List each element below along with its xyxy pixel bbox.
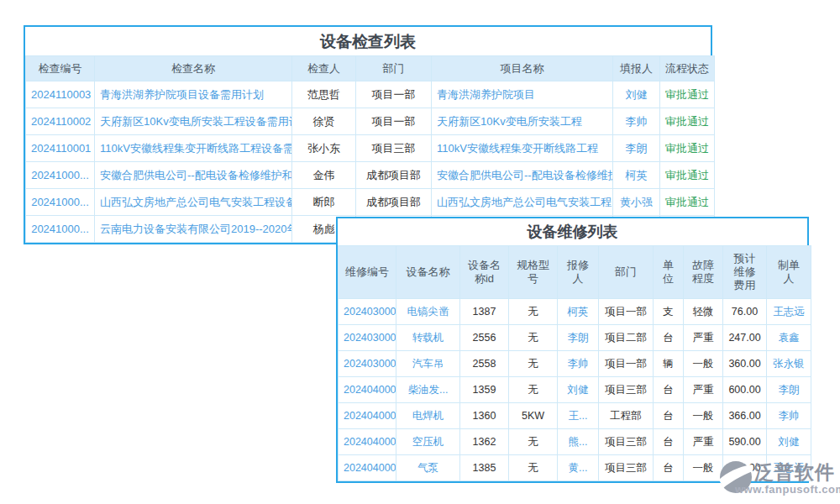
- cell-link[interactable]: 李朗: [613, 135, 660, 162]
- cell-link[interactable]: 黄...: [558, 455, 599, 481]
- cell-link[interactable]: 刘健: [558, 377, 599, 403]
- cell-link[interactable]: 柯英: [613, 162, 660, 189]
- cell-link[interactable]: 2024040002: [339, 403, 396, 429]
- cell-link[interactable]: 青海洪湖养护院项目: [432, 81, 613, 108]
- cell-link[interactable]: 110kV安徽线程集变开断线路工程: [432, 135, 613, 162]
- column-header: 故障程度: [684, 246, 723, 299]
- cell-link[interactable]: 20241000...: [26, 216, 95, 243]
- status-text[interactable]: 审批通过: [660, 108, 715, 135]
- cell-link[interactable]: 110kV安徽线程集变开断线路工程设备需...: [95, 135, 292, 162]
- cell-text: 366.00: [723, 403, 767, 429]
- cell-text: 金伟: [292, 162, 356, 189]
- cell-link[interactable]: 电焊机: [396, 403, 460, 429]
- cell-text: 断郎: [292, 189, 356, 216]
- cell-link[interactable]: 2024040001: [339, 377, 396, 403]
- cell-text: 无: [509, 429, 558, 455]
- table-row: 2024030003汽车吊2558无李帅项目一部辆一般360.00张永银: [339, 351, 811, 377]
- cell-link[interactable]: 李朗: [558, 325, 599, 351]
- cell-text: 项目一部: [356, 81, 432, 108]
- cell-text: 项目一部: [356, 108, 432, 135]
- cell-text: 无: [509, 351, 558, 377]
- cell-link[interactable]: 2024110003: [26, 81, 95, 108]
- column-header: 部门: [356, 56, 432, 81]
- status-text[interactable]: 审批通过: [660, 135, 715, 162]
- cell-link[interactable]: 山西弘文房地产总公司电气安装工程设备...: [95, 189, 292, 216]
- cell-link[interactable]: 王志远: [767, 299, 811, 325]
- cell-text: 项目二部: [599, 325, 654, 351]
- cell-text: 无: [509, 377, 558, 403]
- cell-link[interactable]: 2024110001: [26, 135, 95, 162]
- repair-table: 维修编号设备名称设备名称id规格型号报修人部门单位故障程度预计维修费用制单人20…: [338, 245, 811, 481]
- cell-link[interactable]: 空压机: [396, 429, 460, 455]
- cell-text: 590.00: [723, 429, 767, 455]
- cell-link[interactable]: 20241000...: [26, 189, 95, 216]
- column-header: 流程状态: [660, 56, 715, 81]
- cell-text: 76.00: [723, 299, 767, 325]
- cell-text: 一般: [684, 455, 723, 481]
- cell-link[interactable]: 袁鑫: [767, 325, 811, 351]
- cell-link[interactable]: 天府新区10Kv变电所安装工程: [432, 108, 613, 135]
- cell-link[interactable]: 刘健: [613, 81, 660, 108]
- cell-text: 600.00: [723, 377, 767, 403]
- status-text[interactable]: 审批通过: [660, 81, 715, 108]
- cell-link[interactable]: 2024030003: [339, 351, 396, 377]
- fanpu-logo-url[interactable]: www.fanpusoft.com: [735, 483, 840, 496]
- cell-text: 成都项目部: [356, 189, 432, 216]
- cell-link[interactable]: 安徽合肥供电公司--配电设备检修维护和...: [95, 162, 292, 189]
- cell-link[interactable]: 柴油发...: [396, 377, 460, 403]
- cell-text: 项目三部: [599, 455, 654, 481]
- inspection-table-title: 设备检查列表: [25, 27, 711, 55]
- cell-link[interactable]: 柯英: [558, 299, 599, 325]
- table-row: 2024030001电镐尖凿1387无柯英项目一部支轻微76.00王志远: [339, 299, 811, 325]
- cell-link[interactable]: 20241000...: [26, 162, 95, 189]
- cell-link[interactable]: 2024030002: [339, 325, 396, 351]
- column-header: 设备名称id: [460, 246, 509, 299]
- cell-text: 2556: [460, 325, 509, 351]
- cell-text: 工程部: [599, 403, 654, 429]
- table-row: 20241000...山西弘文房地产总公司电气安装工程设备...断郎成都项目部山…: [26, 189, 715, 216]
- cell-text: 247.00: [723, 325, 767, 351]
- cell-link[interactable]: 熊...: [558, 429, 599, 455]
- cell-link[interactable]: 转载机: [396, 325, 460, 351]
- repair-table-title: 设备维修列表: [338, 218, 807, 245]
- cell-link[interactable]: 安徽合肥供电公司--配电设备检修维护...: [432, 162, 613, 189]
- cell-link[interactable]: 2024040004: [339, 455, 396, 481]
- cell-text: 1387: [460, 299, 509, 325]
- cell-link[interactable]: 李帅: [613, 108, 660, 135]
- cell-link[interactable]: 张永银: [767, 351, 811, 377]
- cell-text: 严重: [684, 325, 723, 351]
- cell-link[interactable]: 气泵: [396, 455, 460, 481]
- cell-link[interactable]: 王...: [558, 403, 599, 429]
- cell-link[interactable]: 2024040003: [339, 429, 396, 455]
- cell-link[interactable]: 山西弘文房地产总公司电气安装工程: [432, 189, 613, 216]
- cell-link[interactable]: 天府新区10Kv变电所安装工程设备需用计划: [95, 108, 292, 135]
- cell-link[interactable]: 黄小强: [613, 189, 660, 216]
- column-header: 检查编号: [26, 56, 95, 81]
- status-text[interactable]: 审批通过: [660, 162, 715, 189]
- cell-text: 张小东: [292, 135, 356, 162]
- column-header: 规格型号: [509, 246, 558, 299]
- cell-link[interactable]: 青海洪湖养护院项目设备需用计划: [95, 81, 292, 108]
- cell-text: 无: [509, 299, 558, 325]
- cell-link[interactable]: 李朗: [767, 377, 811, 403]
- column-header: 填报人: [613, 56, 660, 81]
- cell-text: 项目一部: [599, 351, 654, 377]
- cell-link[interactable]: 2024110002: [26, 108, 95, 135]
- cell-link[interactable]: 电镐尖凿: [396, 299, 460, 325]
- column-header: 项目名称: [432, 56, 613, 81]
- cell-link[interactable]: 2024030001: [339, 299, 396, 325]
- cell-link[interactable]: 汽车吊: [396, 351, 460, 377]
- column-header: 维修编号: [339, 246, 396, 299]
- column-header: 部门: [599, 246, 654, 299]
- header-row: 维修编号设备名称设备名称id规格型号报修人部门单位故障程度预计维修费用制单人: [339, 246, 811, 299]
- status-text[interactable]: 审批通过: [660, 189, 715, 216]
- cell-text: 5KW: [509, 403, 558, 429]
- cell-link[interactable]: 刘健: [767, 429, 811, 455]
- cell-text: 辆: [654, 351, 684, 377]
- cell-link[interactable]: 李帅: [767, 403, 811, 429]
- column-header: 报修人: [558, 246, 599, 299]
- cell-link[interactable]: 云南电力设备安装有限公司2019--2020年...: [95, 216, 292, 243]
- cell-text: 台: [654, 455, 684, 481]
- cell-text: 一般: [684, 403, 723, 429]
- cell-link[interactable]: 李帅: [558, 351, 599, 377]
